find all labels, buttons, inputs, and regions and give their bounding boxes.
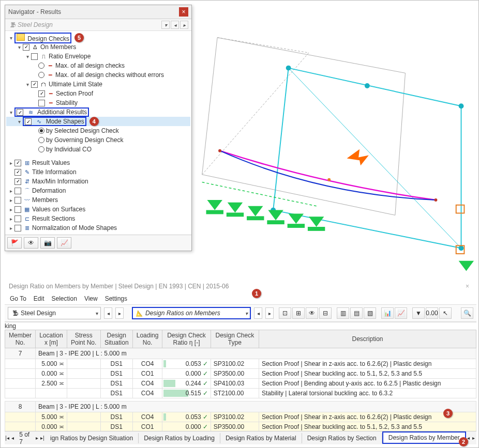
tab-scroll-last[interactable]: ▸| xyxy=(40,435,45,441)
navigator-category-combo[interactable]: 🗜 Steel Design ▾ ◂ ▸ xyxy=(5,19,191,31)
tree-label[interactable]: Normalization of Mode Shapes xyxy=(32,224,117,231)
group-row[interactable]: 8Beam | 3 - IPE 200 | L : 5.000 m xyxy=(5,401,476,412)
next-table-button[interactable]: ▸ xyxy=(265,307,274,319)
col-stress[interactable]: Stress Point No. xyxy=(67,330,100,348)
tab-scroll-next[interactable]: ▸ xyxy=(35,435,40,441)
checkbox[interactable] xyxy=(17,109,23,116)
col-type[interactable]: Design Check Type xyxy=(211,330,259,348)
mode-shapes-node[interactable]: ∿ Mode Shapes xyxy=(23,117,86,127)
tab-by-section[interactable]: Design Ratios by Section xyxy=(302,433,382,443)
tool-button[interactable]: ▥ xyxy=(337,307,349,319)
tool-button[interactable]: 📈 xyxy=(395,307,407,319)
group-row[interactable]: 7Beam | 3 - IPE 200 | L : 5.000 m xyxy=(5,348,476,359)
menu-selection[interactable]: Selection xyxy=(52,295,77,302)
nav-next-icon[interactable]: ▸ xyxy=(180,21,188,29)
flag-button[interactable]: 🚩 xyxy=(7,237,22,249)
tab-by-member[interactable]: Design Ratios by Member xyxy=(382,431,466,444)
tool-button[interactable]: ⊞ xyxy=(292,307,305,319)
design-checks-node[interactable]: Design Checks xyxy=(14,33,71,43)
table-row[interactable]: 0.000 ≍ DS1 CO1 0.000 ✓ SP3500.00 Sectio… xyxy=(5,422,476,431)
decimals-button[interactable]: 0.00 xyxy=(426,307,438,319)
checkbox[interactable] xyxy=(14,206,21,213)
tool-button[interactable]: ⊟ xyxy=(319,307,332,319)
tree-label[interactable]: Deformation xyxy=(32,187,66,194)
expander-icon[interactable] xyxy=(16,44,23,50)
tree-label[interactable]: Stability xyxy=(56,99,78,106)
close-icon[interactable]: × xyxy=(466,283,472,290)
tool-button[interactable]: 👁 xyxy=(306,307,318,319)
tab-scroll-first[interactable]: |◂ xyxy=(5,435,10,441)
radio[interactable] xyxy=(38,146,44,152)
expander-icon[interactable] xyxy=(7,225,14,231)
checkbox[interactable] xyxy=(38,100,45,106)
tab-by-loading[interactable]: Design Ratios by Loading xyxy=(139,433,220,443)
menu-goto[interactable]: Go To xyxy=(10,295,26,302)
checkbox[interactable] xyxy=(14,160,21,166)
col-ds[interactable]: Design Situation xyxy=(100,330,132,348)
radio[interactable] xyxy=(38,72,44,78)
model-viewport[interactable] xyxy=(192,5,476,279)
tree-label[interactable]: Max. of all design checks xyxy=(55,62,125,69)
filter-button[interactable]: ▼ xyxy=(412,307,425,319)
module-combo[interactable]: 🗜 Steel Design ▾ xyxy=(8,307,101,319)
tool-button[interactable]: ▧ xyxy=(364,307,376,319)
expander-icon[interactable] xyxy=(16,119,23,125)
tree-label[interactable]: On Members xyxy=(40,43,76,51)
camera-button[interactable]: 📷 xyxy=(40,237,55,249)
expander-icon[interactable] xyxy=(7,216,14,222)
tree-label[interactable]: Values on Surfaces xyxy=(32,206,85,213)
find-button[interactable]: 🔍 xyxy=(461,307,473,319)
tool-button[interactable]: ⊡ xyxy=(279,307,291,319)
radio[interactable] xyxy=(38,63,44,69)
tree-label[interactable]: Section Proof xyxy=(56,90,93,97)
checkbox[interactable] xyxy=(25,118,32,125)
col-loading[interactable]: Loading No. xyxy=(132,330,162,348)
tree-label[interactable]: Ultimate Limit State xyxy=(49,81,102,88)
tool-button[interactable]: 📊 xyxy=(381,307,394,319)
checkbox[interactable] xyxy=(14,169,21,176)
expander-icon[interactable] xyxy=(7,207,14,212)
navigator-titlebar[interactable]: Navigator - Results × xyxy=(5,5,191,19)
checkbox[interactable] xyxy=(14,197,21,204)
col-desc[interactable]: Description xyxy=(259,330,476,348)
graph-button[interactable]: 📈 xyxy=(57,237,71,249)
col-ratio[interactable]: Design Check Ratio η [-] xyxy=(162,330,211,348)
expander-icon[interactable] xyxy=(7,197,14,203)
nav-prev-icon[interactable]: ◂ xyxy=(171,21,179,29)
radio[interactable] xyxy=(38,128,44,134)
checkbox[interactable] xyxy=(14,215,21,222)
chevron-down-icon[interactable]: ▾ xyxy=(161,21,170,29)
expander-icon[interactable] xyxy=(7,110,14,115)
additional-results-node[interactable]: ≋ Additional Results xyxy=(14,107,89,117)
expander-icon[interactable] xyxy=(7,35,14,41)
tool-button[interactable]: ▤ xyxy=(350,307,363,319)
tree-label[interactable]: Result Values xyxy=(32,159,70,166)
radio[interactable] xyxy=(38,137,44,143)
results-grid[interactable]: king Member No. Location x [m]Stress Poi… xyxy=(5,322,476,431)
table-row[interactable]: DS1 CO4 0.515 ✓ ST2100.00 Stability | La… xyxy=(5,389,476,398)
col-member[interactable]: Member No. xyxy=(5,330,36,348)
col-location[interactable]: Location x [m] xyxy=(36,330,67,348)
tab-by-situation[interactable]: ign Ratios by Design Situation xyxy=(45,433,139,443)
table-row[interactable]: 5.000 ≍ DS1 CO4 0.053 ✓ SP3100.02 Sectio… xyxy=(5,412,476,422)
table-combo[interactable]: 📐 Design Ratios on Members ▾ xyxy=(132,307,251,319)
eye-button[interactable]: 👁 xyxy=(24,237,38,249)
checkbox[interactable] xyxy=(38,90,45,97)
prev-module-button[interactable]: ◂ xyxy=(104,307,112,319)
checkbox[interactable] xyxy=(14,225,21,231)
checkbox[interactable] xyxy=(14,178,21,185)
expander-icon[interactable] xyxy=(7,188,14,194)
menu-settings[interactable]: Settings xyxy=(105,295,127,302)
tree-label[interactable]: Title Information xyxy=(32,168,77,176)
tab-scroll-prev[interactable]: ◂ xyxy=(10,435,15,441)
table-row[interactable]: 2.500 ≍ DS1 CO4 0.244 ✓ SP4100.03 Sectio… xyxy=(5,379,476,389)
table-row[interactable]: 0.000 ≍ DS1 CO1 0.000 ✓ SP3500.00 Sectio… xyxy=(5,369,476,379)
checkbox[interactable] xyxy=(23,44,29,51)
close-icon[interactable]: × xyxy=(179,7,188,17)
tree-label[interactable]: by Individual CO xyxy=(46,146,92,153)
pointer-button[interactable]: ↖ xyxy=(439,307,452,319)
expander-icon[interactable] xyxy=(24,82,31,87)
tabstrip-next[interactable]: ▸ xyxy=(471,435,476,441)
next-module-button[interactable]: ▸ xyxy=(115,307,124,319)
checkbox[interactable] xyxy=(31,53,38,60)
